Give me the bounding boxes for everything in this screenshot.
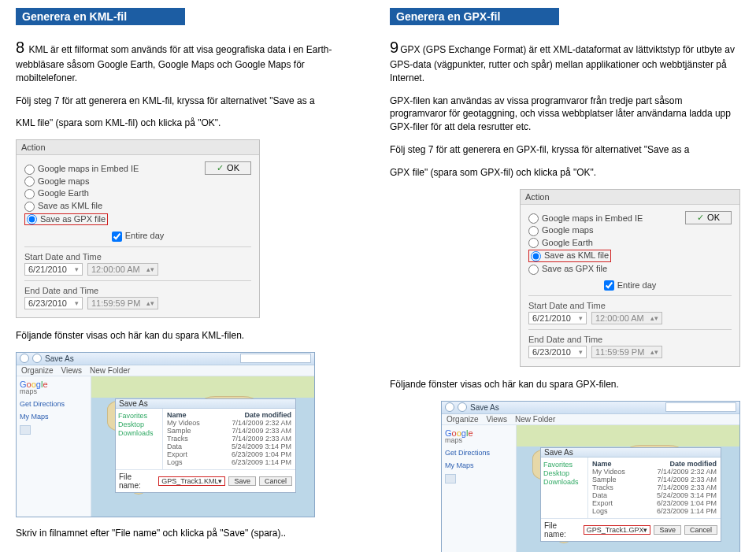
radio-kml[interactable]: Save as KML file: [531, 250, 609, 260]
kml-footer: Skriv in filnamnet efter "File name" och…: [16, 527, 366, 540]
list-item: Tracks7/14/2009 2:33 AM: [591, 483, 718, 491]
list-item: My Videos7/14/2009 2:32 AM: [591, 468, 718, 476]
toolbar-organize[interactable]: Organize: [21, 366, 54, 375]
start-time-input[interactable]: 12:00:00 AM▴▾: [591, 312, 662, 324]
gpx-step7-a: Följ steg 7 för att generera en GPX-fil,…: [390, 143, 740, 157]
end-date-label: End Date and Time: [24, 286, 251, 295]
folder-icon: [20, 425, 31, 435]
end-date-input[interactable]: 6/23/2010▾: [24, 297, 83, 309]
nav-fwd-icon[interactable]: [458, 402, 467, 412]
step-number-9: 9: [390, 39, 398, 56]
side-link-directions[interactable]: Get Directions: [20, 400, 87, 408]
nav-back-icon[interactable]: [20, 354, 29, 363]
side-link-mymaps[interactable]: My Maps: [20, 413, 87, 420]
list-item: Export6/23/2009 1:04 PM: [591, 499, 718, 507]
side-link-mymaps[interactable]: My Maps: [445, 461, 513, 469]
end-date-input[interactable]: 6/23/2010▾: [528, 346, 587, 358]
start-date-input[interactable]: 6/21/2010▾: [24, 263, 83, 276]
kml-step7-b: KML file" (spara som KML-fil) och klicka…: [16, 117, 366, 130]
radio-earth[interactable]: Google Earth: [24, 188, 89, 198]
right-column: Generera en GPX-fil 9GPX (GPS Exchange F…: [390, 8, 740, 552]
start-date-input[interactable]: 6/21/2010▾: [528, 312, 587, 324]
check-icon: ✓: [217, 163, 224, 172]
nav-back-icon[interactable]: [445, 402, 454, 412]
start-time-input[interactable]: 12:00:00 AM▴▾: [87, 263, 158, 276]
filename-input[interactable]: GPS_Track1.GPX▾: [584, 525, 651, 535]
radio-maps[interactable]: Google maps: [24, 176, 89, 186]
action-panel-title: Action: [17, 140, 259, 155]
fav-downloads[interactable]: Downloads: [118, 429, 160, 437]
save-window-kml: Save As Organize Views New Folder Google…: [16, 352, 315, 517]
check-icon: ✓: [697, 213, 704, 222]
toolbar-newfolder[interactable]: New Folder: [515, 415, 555, 424]
ok-button[interactable]: ✓OK: [685, 211, 732, 224]
cancel-button[interactable]: Cancel: [259, 476, 292, 486]
entire-day-checkbox[interactable]: Entire day: [112, 231, 165, 240]
list-item: My Videos7/14/2009 2:32 AM: [165, 419, 293, 427]
toolbar-newfolder[interactable]: New Folder: [90, 366, 130, 375]
list-item: Data5/24/2009 3:14 PM: [165, 443, 293, 450]
radio-maps[interactable]: Google maps: [528, 225, 593, 235]
end-time-input[interactable]: 11:59:59 PM▴▾: [591, 346, 662, 358]
action-panel-left: Action ✓OK Google maps in Embed IE Googl…: [16, 139, 260, 318]
save-button[interactable]: Save: [654, 525, 681, 535]
save-button[interactable]: Save: [228, 476, 256, 486]
list-item: Sample7/14/2009 2:33 AM: [165, 427, 293, 435]
toolbar-views[interactable]: Views: [61, 366, 83, 375]
section-title-gpx: Generera en GPX-fil: [390, 8, 559, 25]
list-item: Data5/24/2009 3:14 PM: [591, 491, 718, 499]
radio-gpx[interactable]: Save as GPX file: [27, 214, 106, 224]
gpx-step7-b: GPX file" (spara som GPX-fil) och klicka…: [390, 166, 740, 180]
maps-label: maps: [20, 387, 87, 395]
section-title-kml: Generera en KML-fil: [16, 8, 185, 25]
kml-intro: 8 KML är ett filformat som används för a…: [16, 36, 366, 85]
nav-fwd-icon[interactable]: [32, 354, 42, 363]
side-link-directions[interactable]: Get Directions: [445, 449, 513, 457]
toolbar-organize[interactable]: Organize: [447, 415, 479, 424]
gpx-usage: GPX-filen kan användas av vissa programv…: [390, 94, 740, 134]
save-window-gpx: Save As Organize Views New Folder Google…: [441, 401, 740, 552]
radio-embed[interactable]: Google maps in Embed IE: [24, 164, 139, 173]
radio-gpx[interactable]: Save as GPX file: [528, 264, 607, 273]
radio-embed[interactable]: Google maps in Embed IE: [528, 213, 643, 223]
kml-after-panel: Följande fönster visas och här kan du sp…: [16, 329, 366, 343]
list-item: Sample7/14/2009 2:33 AM: [591, 476, 718, 483]
folder-icon: [445, 474, 456, 483]
action-panel-right: Action ✓OK Google maps in Embed IE Googl…: [520, 189, 740, 368]
toolbar-views[interactable]: Views: [487, 415, 508, 424]
inner-save-dialog: Save As Favorites Desktop Downloads Name…: [115, 398, 296, 493]
list-item: Logs6/23/2009 1:14 PM: [591, 507, 718, 515]
gpx-after-panel: Följande fönster visas och här kan du sp…: [390, 378, 740, 391]
cancel-button[interactable]: Cancel: [684, 525, 717, 535]
left-column: Generera en KML-fil 8 KML är ett filform…: [16, 8, 366, 552]
radio-earth[interactable]: Google Earth: [528, 238, 593, 247]
list-item: Tracks7/14/2009 2:33 AM: [165, 435, 293, 443]
save-window-title: Save As: [45, 354, 74, 363]
fav-favorites[interactable]: Favorites: [118, 412, 160, 420]
list-item: Logs6/23/2009 1:14 PM: [165, 458, 293, 466]
search-input[interactable]: [665, 402, 736, 412]
filename-label: File name:: [119, 472, 155, 490]
fav-desktop[interactable]: Desktop: [118, 420, 160, 428]
search-input[interactable]: [240, 354, 311, 363]
gpx-intro: 9GPX (GPS Exchange Format) är ett XML-da…: [390, 36, 740, 85]
radio-kml[interactable]: Save as KML file: [24, 201, 102, 210]
step-number-8: 8: [16, 39, 24, 56]
entire-day-checkbox[interactable]: Entire day: [604, 280, 657, 290]
list-item: Export6/23/2009 1:04 PM: [165, 450, 293, 458]
filename-input[interactable]: GPS_Track1.KML▾: [158, 476, 225, 486]
inner-save-dialog: Save As Favorites Desktop Downloads Name…: [540, 447, 721, 542]
end-time-input[interactable]: 11:59:59 PM▴▾: [87, 297, 158, 309]
ok-button[interactable]: ✓OK: [205, 161, 251, 175]
start-date-label: Start Date and Time: [24, 252, 251, 261]
kml-step7-a: Följ steg 7 för att generera en KML-fil,…: [16, 94, 366, 108]
